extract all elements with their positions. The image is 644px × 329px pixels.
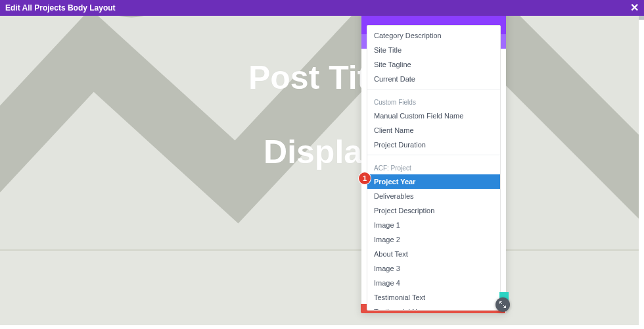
hero-text: Post Title Display [0,59,644,171]
dropdown-option[interactable]: Category Description [367,28,500,43]
dropdown-option[interactable]: Project Year [367,174,500,189]
close-icon[interactable]: ✕ [630,3,639,13]
dropdown-option[interactable]: Client Name [367,123,500,138]
hero-section: Post Title Display [0,16,644,249]
section-divider [0,249,644,251]
frame-edge [639,16,644,329]
svg-point-0 [82,16,181,18]
editor-topbar: Edit All Projects Body Layout ✕ [0,0,644,16]
annotation-badge-1: 1 [359,172,371,184]
dropdown-group-label: ACF: Project [367,155,500,174]
dropdown-option[interactable]: Site Tagline [367,57,500,72]
editor-canvas: Post Title Display [0,16,644,329]
dropdown-group-label: Custom Fields [367,89,500,109]
dropdown-option[interactable]: Testimonial Name [367,305,500,310]
dropdown-option[interactable]: About Text [367,247,500,261]
editor-title: Edit All Projects Body Layout [5,3,630,13]
module-settings-panel: ⋮ Category DescriptionSite TitleSite Tag… [361,0,506,313]
dropdown-option[interactable]: Deliverables [367,189,500,203]
dropdown-option[interactable]: Testimonial Text [367,290,500,305]
resize-handle-icon[interactable] [495,297,510,312]
dropdown-option[interactable]: Current Date [367,72,500,86]
dropdown-option[interactable]: Image 4 [367,276,500,290]
hero-line-1: Post Title [0,59,644,97]
dynamic-content-dropdown: Category DescriptionSite TitleSite Tagli… [367,25,501,311]
dropdown-option[interactable]: Image 2 [367,232,500,247]
dropdown-options-list[interactable]: Category DescriptionSite TitleSite Tagli… [367,25,500,310]
dropdown-option[interactable]: Project Duration [367,138,500,152]
dropdown-option[interactable]: Project Description [367,203,500,218]
dropdown-option[interactable]: Image 3 [367,261,500,276]
dropdown-option[interactable]: Manual Custom Field Name [367,109,500,123]
dropdown-option[interactable]: Image 1 [367,218,500,232]
dropdown-option[interactable]: Site Title [367,43,500,57]
hero-line-2: Display [0,133,644,171]
scrollbar-stub [639,16,644,20]
frame-edge [0,325,644,329]
